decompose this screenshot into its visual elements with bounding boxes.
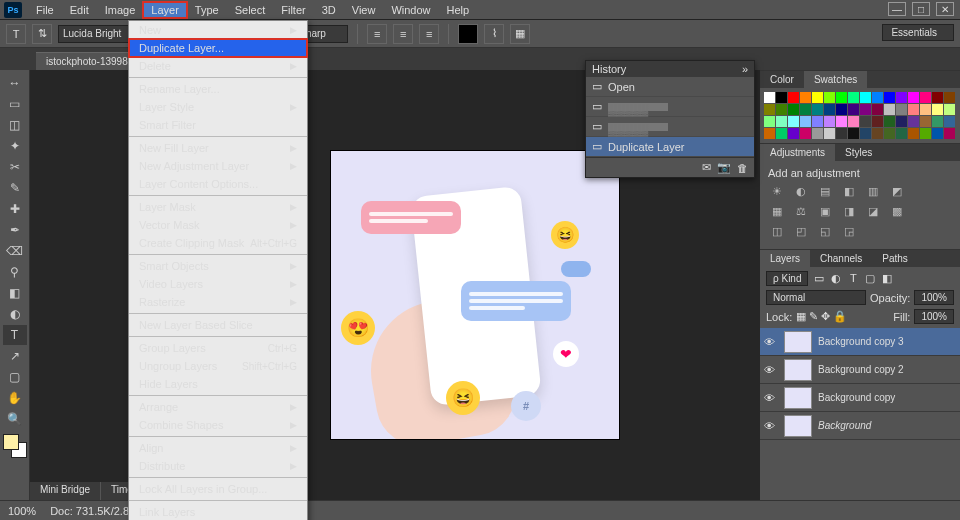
layer-row[interactable]: 👁Background copy [760,384,960,412]
swatch[interactable] [896,116,907,127]
swatch[interactable] [788,92,799,103]
adjustment-icon[interactable]: ▩ [888,203,906,219]
layer-row[interactable]: 👁Background [760,412,960,440]
swatch[interactable] [836,116,847,127]
swatch[interactable] [920,92,931,103]
lock-icon[interactable]: ✎ [809,310,818,323]
swatch[interactable] [848,116,859,127]
swatch[interactable] [908,104,919,115]
zoom-level[interactable]: 100% [8,505,36,517]
tab-channels[interactable]: Channels [810,250,872,267]
swatch[interactable] [896,104,907,115]
swatch[interactable] [848,104,859,115]
swatch[interactable] [800,92,811,103]
tool-10[interactable]: ◧ [3,283,27,303]
menu-item-hide-layers[interactable]: Hide Layers [129,375,307,393]
adjustment-icon[interactable]: ◨ [840,203,858,219]
layer-filter-icon[interactable]: ◧ [880,272,894,285]
tool-16[interactable]: 🔍 [3,409,27,429]
swatch[interactable] [860,104,871,115]
tab-adjustments[interactable]: Adjustments [760,144,835,161]
menu-item-video-layers[interactable]: Video Layers▶ [129,275,307,293]
menu-filter[interactable]: Filter [273,2,313,18]
text-color-swatch[interactable] [458,24,478,44]
tool-1[interactable]: ▭ [3,94,27,114]
swatch[interactable] [764,104,775,115]
swatch[interactable] [836,92,847,103]
swatch[interactable] [800,104,811,115]
opacity-field[interactable]: 100% [914,290,954,305]
tab-styles[interactable]: Styles [835,144,882,161]
swatch[interactable] [848,128,859,139]
swatch[interactable] [860,116,871,127]
layer-row[interactable]: 👁Background copy 2 [760,356,960,384]
swatch[interactable] [824,92,835,103]
tool-5[interactable]: ✎ [3,178,27,198]
swatch[interactable] [908,92,919,103]
menu-item-new[interactable]: New▶ [129,21,307,39]
layer-filter-icon[interactable]: ▢ [863,272,877,285]
menu-type[interactable]: Type [187,2,227,18]
adjustment-icon[interactable]: ◪ [864,203,882,219]
align-right-icon[interactable]: ≡ [419,24,439,44]
swatch[interactable] [776,92,787,103]
visibility-icon[interactable]: 👁 [764,420,778,432]
swatch[interactable] [944,116,955,127]
character-panel-icon[interactable]: ▦ [510,24,530,44]
layer-filter-icon[interactable]: ◐ [829,272,843,285]
swatch[interactable] [884,104,895,115]
tool-12[interactable]: T [3,325,27,345]
adjustment-icon[interactable]: ◲ [840,223,858,239]
tab-swatches[interactable]: Swatches [804,71,867,88]
history-row[interactable]: ▭▓▓▓▓▓ [586,117,754,137]
swatch[interactable] [872,116,883,127]
adjustment-icon[interactable]: ◫ [768,223,786,239]
history-row[interactable]: ▭▓▓▓▓▓ [586,97,754,117]
menu-item-new-adjustment-layer[interactable]: New Adjustment Layer▶ [129,157,307,175]
menu-item-arrange[interactable]: Arrange▶ [129,398,307,416]
menu-item-group-layers[interactable]: Group LayersCtrl+G [129,339,307,357]
adjustment-icon[interactable]: ▦ [768,203,786,219]
toggle-orientation-icon[interactable]: ⇅ [32,24,52,44]
swatch[interactable] [920,104,931,115]
menu-item-rename-layer[interactable]: Rename Layer... [129,80,307,98]
menu-view[interactable]: View [344,2,384,18]
swatch[interactable] [932,92,943,103]
adjustment-icon[interactable]: ☀ [768,183,786,199]
tool-11[interactable]: ◐ [3,304,27,324]
adjustment-icon[interactable]: ▣ [816,203,834,219]
document-canvas[interactable]: 😍 😆 😆 ❤ # [330,150,620,440]
menu-item-new-fill-layer[interactable]: New Fill Layer▶ [129,139,307,157]
menu-edit[interactable]: Edit [62,2,97,18]
visibility-icon[interactable]: 👁 [764,336,778,348]
align-left-icon[interactable]: ≡ [367,24,387,44]
workspace-switcher[interactable]: Essentials [882,24,954,41]
swatch[interactable] [872,92,883,103]
tool-9[interactable]: ⚲ [3,262,27,282]
swatch[interactable] [776,128,787,139]
swatch[interactable] [764,92,775,103]
tool-13[interactable]: ↗ [3,346,27,366]
history-action-icon[interactable]: ✉ [702,161,711,174]
tab-color[interactable]: Color [760,71,804,88]
swatch[interactable] [788,104,799,115]
layer-thumbnail[interactable] [784,415,812,437]
swatch[interactable] [944,92,955,103]
swatch[interactable] [824,128,835,139]
swatch[interactable] [884,128,895,139]
tab-paths[interactable]: Paths [872,250,918,267]
align-center-icon[interactable]: ≡ [393,24,413,44]
swatch[interactable] [872,104,883,115]
adjustment-icon[interactable]: ◱ [816,223,834,239]
swatch[interactable] [776,104,787,115]
swatch[interactable] [944,128,955,139]
adjustment-icon[interactable]: ◐ [792,183,810,199]
swatch[interactable] [908,128,919,139]
tool-4[interactable]: ✂ [3,157,27,177]
swatch[interactable] [932,104,943,115]
swatch[interactable] [896,92,907,103]
swatch[interactable] [788,128,799,139]
swatch[interactable] [884,116,895,127]
history-action-icon[interactable]: 📷 [717,161,731,174]
swatch[interactable] [920,116,931,127]
